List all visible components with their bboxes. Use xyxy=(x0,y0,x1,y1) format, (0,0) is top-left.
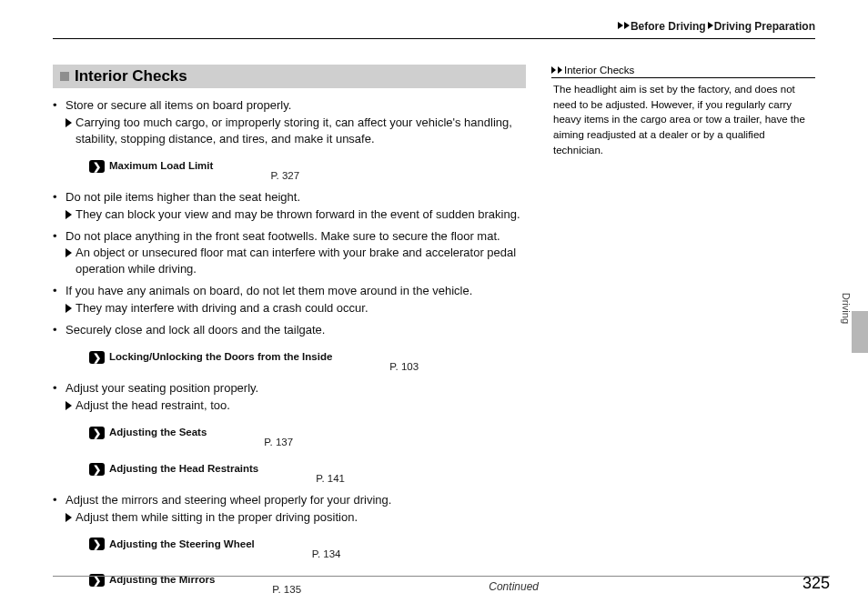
section-tab-label: Driving xyxy=(841,293,852,324)
breadcrumb-level-1: Before Driving xyxy=(631,20,706,33)
bullet-sub: They can block your view and may be thro… xyxy=(66,206,526,223)
side-heading: Interior Checks xyxy=(551,65,815,78)
chevron-right-icon xyxy=(708,22,713,29)
cross-reference[interactable]: ❯Adjusting the Steering WheelP. 134 xyxy=(89,528,526,562)
cross-reference[interactable]: ❯Adjusting the Head RestraintsP. 141 xyxy=(89,452,526,487)
xref-page: P. 137 xyxy=(211,416,346,450)
triangle-right-icon xyxy=(66,304,72,313)
bullet-item: Adjust your seating position properly.Ad… xyxy=(53,380,526,487)
side-column: Interior Checks The headlight aim is set… xyxy=(551,65,815,603)
xref-title: Maximum Load Limit xyxy=(109,159,213,174)
page-footer: Continued 325 xyxy=(53,576,830,593)
xref-badge-icon: ❯ xyxy=(89,160,105,173)
cross-reference[interactable]: ❯Adjusting the SeatsP. 137 xyxy=(89,416,526,450)
continued-label: Continued xyxy=(53,580,830,593)
bullet-sub-text: Adjust them while sitting in the proper … xyxy=(76,509,358,526)
bullet-sub: Carrying too much cargo, or improperly s… xyxy=(66,115,526,147)
bullet-list: Store or secure all items on board prope… xyxy=(53,97,526,598)
xref-page: P. 141 xyxy=(263,452,398,487)
main-column: Interior Checks Store or secure all item… xyxy=(53,65,526,603)
page-number: 325 xyxy=(802,574,830,593)
chevron-right-icon xyxy=(551,66,556,74)
triangle-right-icon xyxy=(66,401,72,410)
bullet-item: Store or secure all items on board prope… xyxy=(53,97,526,184)
xref-title: Adjusting the Steering Wheel xyxy=(109,538,255,552)
bullet-text: Adjust the mirrors and steering wheel pr… xyxy=(66,492,526,508)
xref-badge-icon: ❯ xyxy=(89,538,105,550)
bullet-sub: An object or unsecured floor mat can int… xyxy=(66,245,526,277)
bullet-text: Securely close and lock all doors and th… xyxy=(66,322,526,338)
chevron-right-icon xyxy=(558,66,562,74)
xref-badge-icon: ❯ xyxy=(89,463,105,476)
xref-page: P. 327 xyxy=(217,149,352,184)
bullet-item: If you have any animals on board, do not… xyxy=(53,283,526,317)
xref-title: Locking/Unlocking the Doors from the Ins… xyxy=(109,350,332,365)
page: Before DrivingDriving Preparation Interi… xyxy=(0,0,868,613)
triangle-right-icon xyxy=(66,118,72,127)
bullet-sub: They may interfere with driving and a cr… xyxy=(66,300,526,317)
xref-title: Adjusting the Seats xyxy=(109,426,207,440)
triangle-right-icon xyxy=(66,248,72,257)
bullet-sub-text: They can block your view and may be thro… xyxy=(76,206,520,223)
breadcrumb: Before DrivingDriving Preparation xyxy=(53,20,815,39)
square-bullet-icon xyxy=(60,72,69,81)
section-title: Interior Checks xyxy=(75,67,187,85)
side-body-text: The headlight aim is set by the factory,… xyxy=(551,78,815,157)
bullet-text: If you have any animals on board, do not… xyxy=(66,283,526,299)
bullet-sub-text: Carrying too much cargo, or improperly s… xyxy=(76,115,526,147)
bullet-text: Do not place anything in the front seat … xyxy=(66,228,526,245)
triangle-right-icon xyxy=(66,210,72,219)
bullet-text: Do not pile items higher than the seat h… xyxy=(66,189,526,206)
xref-page: P. 103 xyxy=(337,340,471,375)
bullet-item: Securely close and lock all doors and th… xyxy=(53,322,526,375)
side-heading-text: Interior Checks xyxy=(564,65,634,75)
bullet-sub-text: Adjust the head restraint, too. xyxy=(76,397,230,414)
cross-reference[interactable]: ❯Locking/Unlocking the Doors from the In… xyxy=(89,340,526,375)
bullet-sub-text: An object or unsecured floor mat can int… xyxy=(76,245,526,277)
bullet-sub: Adjust the head restraint, too. xyxy=(66,397,526,414)
xref-badge-icon: ❯ xyxy=(89,351,105,364)
xref-page: P. 134 xyxy=(259,528,394,562)
chevron-right-icon xyxy=(624,22,630,29)
xref-badge-icon: ❯ xyxy=(89,427,105,439)
bullet-sub-text: They may interfere with driving and a cr… xyxy=(76,300,368,317)
bullet-item: Do not pile items higher than the seat h… xyxy=(53,189,526,223)
triangle-right-icon xyxy=(66,513,72,522)
cross-reference[interactable]: ❯Maximum Load LimitP. 327 xyxy=(89,149,526,184)
breadcrumb-level-2: Driving Preparation xyxy=(714,20,815,33)
bullet-text: Store or secure all items on board prope… xyxy=(66,97,526,114)
section-heading: Interior Checks xyxy=(53,65,526,88)
chevron-right-icon xyxy=(618,22,623,29)
bullet-text: Adjust your seating position properly. xyxy=(66,380,526,397)
bullet-item: Do not place anything in the front seat … xyxy=(53,228,526,278)
xref-title: Adjusting the Head Restraints xyxy=(109,462,258,477)
bullet-sub: Adjust them while sitting in the proper … xyxy=(66,509,526,526)
section-tab xyxy=(852,311,868,353)
